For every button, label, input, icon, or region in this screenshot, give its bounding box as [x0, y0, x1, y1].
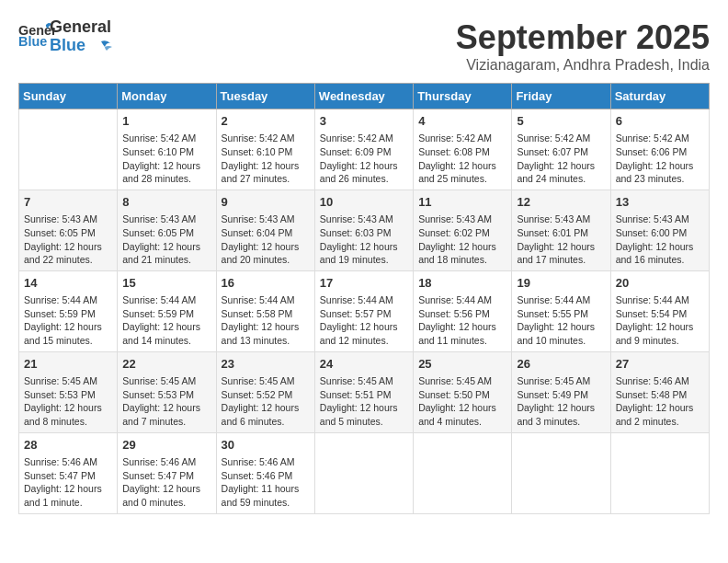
calendar-cell: 21Sunrise: 5:45 AM Sunset: 5:53 PM Dayli… — [19, 351, 118, 432]
day-number: 17 — [320, 275, 408, 292]
day-number: 16 — [222, 275, 310, 292]
calendar-cell: 29Sunrise: 5:46 AM Sunset: 5:47 PM Dayli… — [118, 432, 216, 513]
day-info: Sunrise: 5:46 AM Sunset: 5:48 PM Dayligh… — [616, 374, 704, 429]
calendar-cell: 1Sunrise: 5:42 AM Sunset: 6:10 PM Daylig… — [118, 109, 216, 190]
column-header-friday: Friday — [512, 84, 610, 109]
calendar-cell — [414, 432, 512, 513]
day-number: 21 — [24, 356, 112, 373]
day-info: Sunrise: 5:43 AM Sunset: 6:05 PM Dayligh… — [122, 213, 210, 267]
day-info: Sunrise: 5:45 AM Sunset: 5:53 PM Dayligh… — [122, 374, 210, 429]
calendar-cell: 28Sunrise: 5:46 AM Sunset: 5:47 PM Dayli… — [19, 432, 118, 513]
day-number: 13 — [616, 194, 704, 211]
day-info: Sunrise: 5:44 AM Sunset: 5:57 PM Dayligh… — [320, 293, 408, 348]
calendar-cell: 14Sunrise: 5:44 AM Sunset: 5:59 PM Dayli… — [19, 270, 118, 351]
calendar-cell: 26Sunrise: 5:45 AM Sunset: 5:49 PM Dayli… — [512, 351, 610, 432]
calendar-table: SundayMondayTuesdayWednesdayThursdayFrid… — [18, 83, 710, 514]
day-info: Sunrise: 5:42 AM Sunset: 6:09 PM Dayligh… — [320, 132, 408, 186]
calendar-cell: 8Sunrise: 5:43 AM Sunset: 6:05 PM Daylig… — [118, 190, 216, 270]
day-number: 3 — [320, 113, 408, 130]
day-info: Sunrise: 5:42 AM Sunset: 6:08 PM Dayligh… — [418, 132, 506, 186]
day-number: 30 — [222, 437, 310, 454]
calendar-cell: 15Sunrise: 5:44 AM Sunset: 5:59 PM Dayli… — [118, 270, 216, 351]
column-header-monday: Monday — [118, 84, 216, 109]
day-info: Sunrise: 5:43 AM Sunset: 6:05 PM Dayligh… — [24, 213, 112, 267]
calendar-cell: 17Sunrise: 5:44 AM Sunset: 5:57 PM Dayli… — [314, 270, 413, 351]
calendar-cell: 9Sunrise: 5:43 AM Sunset: 6:04 PM Daylig… — [216, 190, 314, 270]
column-header-sunday: Sunday — [19, 84, 118, 109]
calendar-cell: 25Sunrise: 5:45 AM Sunset: 5:50 PM Dayli… — [414, 351, 512, 432]
day-number: 19 — [517, 275, 605, 292]
day-number: 29 — [122, 437, 210, 454]
column-header-wednesday: Wednesday — [314, 84, 413, 109]
column-header-tuesday: Tuesday — [216, 84, 314, 109]
day-number: 26 — [517, 356, 605, 373]
day-info: Sunrise: 5:44 AM Sunset: 5:59 PM Dayligh… — [24, 293, 112, 348]
calendar-cell: 23Sunrise: 5:45 AM Sunset: 5:52 PM Dayli… — [216, 351, 314, 432]
column-header-saturday: Saturday — [610, 84, 709, 109]
calendar-cell: 16Sunrise: 5:44 AM Sunset: 5:58 PM Dayli… — [216, 270, 314, 351]
month-title: September 2025 — [456, 18, 710, 57]
day-number: 8 — [122, 194, 210, 211]
day-info: Sunrise: 5:46 AM Sunset: 5:46 PM Dayligh… — [222, 455, 310, 510]
day-info: Sunrise: 5:45 AM Sunset: 5:51 PM Dayligh… — [320, 374, 408, 429]
day-number: 12 — [517, 194, 605, 211]
day-info: Sunrise: 5:42 AM Sunset: 6:06 PM Dayligh… — [616, 132, 704, 186]
day-info: Sunrise: 5:44 AM Sunset: 5:54 PM Dayligh… — [616, 293, 704, 348]
calendar-cell: 5Sunrise: 5:42 AM Sunset: 6:07 PM Daylig… — [512, 109, 610, 190]
calendar-cell: 24Sunrise: 5:45 AM Sunset: 5:51 PM Dayli… — [314, 351, 413, 432]
calendar-cell: 11Sunrise: 5:43 AM Sunset: 6:02 PM Dayli… — [414, 190, 512, 270]
calendar-cell: 22Sunrise: 5:45 AM Sunset: 5:53 PM Dayli… — [118, 351, 216, 432]
day-info: Sunrise: 5:43 AM Sunset: 6:01 PM Dayligh… — [517, 213, 605, 267]
calendar-cell: 20Sunrise: 5:44 AM Sunset: 5:54 PM Dayli… — [610, 270, 709, 351]
day-number: 1 — [122, 113, 210, 130]
calendar-cell — [314, 432, 413, 513]
svg-text:Blue: Blue — [18, 34, 47, 49]
day-number: 25 — [418, 356, 506, 373]
day-info: Sunrise: 5:44 AM Sunset: 5:58 PM Dayligh… — [222, 293, 310, 348]
week-row-2: 7Sunrise: 5:43 AM Sunset: 6:05 PM Daylig… — [19, 190, 710, 270]
calendar-cell — [19, 109, 118, 190]
day-info: Sunrise: 5:43 AM Sunset: 6:04 PM Dayligh… — [222, 213, 310, 267]
calendar-cell: 6Sunrise: 5:42 AM Sunset: 6:06 PM Daylig… — [610, 109, 709, 190]
day-number: 22 — [122, 356, 210, 373]
calendar-cell: 30Sunrise: 5:46 AM Sunset: 5:46 PM Dayli… — [216, 432, 314, 513]
day-info: Sunrise: 5:43 AM Sunset: 6:03 PM Dayligh… — [320, 213, 408, 267]
day-info: Sunrise: 5:46 AM Sunset: 5:47 PM Dayligh… — [24, 455, 112, 510]
calendar-cell: 19Sunrise: 5:44 AM Sunset: 5:55 PM Dayli… — [512, 270, 610, 351]
calendar-cell: 12Sunrise: 5:43 AM Sunset: 6:01 PM Dayli… — [512, 190, 610, 270]
calendar-cell: 3Sunrise: 5:42 AM Sunset: 6:09 PM Daylig… — [314, 109, 413, 190]
day-number: 14 — [24, 275, 112, 292]
day-info: Sunrise: 5:44 AM Sunset: 5:55 PM Dayligh… — [517, 293, 605, 348]
day-info: Sunrise: 5:43 AM Sunset: 6:02 PM Dayligh… — [418, 213, 506, 267]
logo-text: General Blue — [50, 18, 112, 55]
title-block: September 2025 Vizianagaram, Andhra Prad… — [456, 18, 710, 74]
day-number: 18 — [418, 275, 506, 292]
calendar-cell: 7Sunrise: 5:43 AM Sunset: 6:05 PM Daylig… — [19, 190, 118, 270]
day-number: 24 — [320, 356, 408, 373]
column-headers: SundayMondayTuesdayWednesdayThursdayFrid… — [19, 84, 710, 109]
column-header-thursday: Thursday — [414, 84, 512, 109]
day-number: 23 — [222, 356, 310, 373]
day-info: Sunrise: 5:42 AM Sunset: 6:10 PM Dayligh… — [122, 132, 210, 186]
week-row-5: 28Sunrise: 5:46 AM Sunset: 5:47 PM Dayli… — [19, 432, 710, 513]
day-number: 6 — [616, 113, 704, 130]
day-number: 20 — [616, 275, 704, 292]
day-info: Sunrise: 5:44 AM Sunset: 5:56 PM Dayligh… — [418, 293, 506, 348]
calendar-cell — [512, 432, 610, 513]
day-number: 28 — [24, 437, 112, 454]
day-number: 9 — [222, 194, 310, 211]
location-title: Vizianagaram, Andhra Pradesh, India — [456, 57, 710, 74]
week-row-1: 1Sunrise: 5:42 AM Sunset: 6:10 PM Daylig… — [19, 109, 710, 190]
day-info: Sunrise: 5:45 AM Sunset: 5:52 PM Dayligh… — [222, 374, 310, 429]
day-info: Sunrise: 5:42 AM Sunset: 6:07 PM Dayligh… — [517, 132, 605, 186]
calendar-cell: 27Sunrise: 5:46 AM Sunset: 5:48 PM Dayli… — [610, 351, 709, 432]
week-row-3: 14Sunrise: 5:44 AM Sunset: 5:59 PM Dayli… — [19, 270, 710, 351]
day-number: 2 — [222, 113, 310, 130]
day-number: 27 — [616, 356, 704, 373]
day-number: 10 — [320, 194, 408, 211]
week-row-4: 21Sunrise: 5:45 AM Sunset: 5:53 PM Dayli… — [19, 351, 710, 432]
calendar-cell: 4Sunrise: 5:42 AM Sunset: 6:08 PM Daylig… — [414, 109, 512, 190]
calendar-cell: 18Sunrise: 5:44 AM Sunset: 5:56 PM Dayli… — [414, 270, 512, 351]
day-number: 15 — [122, 275, 210, 292]
day-info: Sunrise: 5:45 AM Sunset: 5:49 PM Dayligh… — [517, 374, 605, 429]
